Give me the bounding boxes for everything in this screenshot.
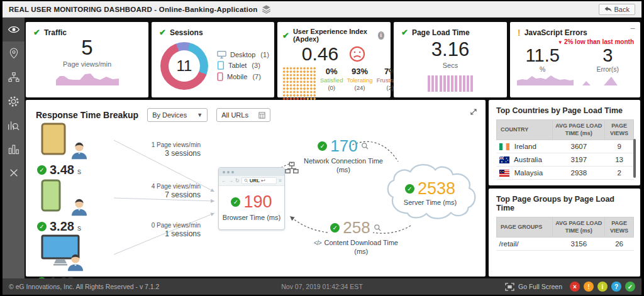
status-ok-icon: ✓: [405, 184, 414, 194]
fullscreen-label[interactable]: Go Full Screen: [518, 283, 562, 290]
column-header[interactable]: AVG PAGE LOAD TIME (ms): [553, 120, 605, 140]
sidebar-item-analytics[interactable]: [3, 113, 25, 137]
column-header[interactable]: PAGE VIEWS: [605, 120, 634, 140]
legend-label: Desktop: [230, 51, 255, 58]
sessions-donut-chart[interactable]: 11: [160, 42, 208, 90]
apdex-value: 0.46: [302, 43, 338, 65]
panel-response-time-breakup: Response Time Breakup By Devices ▼ All U…: [26, 100, 486, 277]
page-views: 9: [605, 140, 634, 153]
magnifier-icon[interactable]: [361, 142, 369, 150]
sidebar-item-settings[interactable]: [3, 89, 25, 113]
status-ok-icon: ✔: [401, 28, 408, 37]
trend-down-icon: ▼: [558, 40, 564, 45]
sidebar-item-close[interactable]: [3, 161, 25, 185]
flow-views: 0 Page views/min: [125, 222, 201, 229]
table-row[interactable]: Australia 3197 13: [497, 153, 634, 167]
status-ok-icon: ✓: [37, 222, 47, 231]
card-traffic: ✔ Traffic 5 Page views/min: [26, 22, 148, 97]
flow-label-tablet: 1 Page views/min 3 sessions: [125, 141, 201, 158]
status-critical-icon[interactable]: ×: [570, 282, 580, 292]
minimize-icon[interactable]: −: [630, 23, 635, 33]
flow-label-mobile: 4 Page views/min 7 sessions: [125, 183, 201, 199]
page-load-value: 3.16: [394, 40, 507, 60]
column-header[interactable]: COUNTRY: [497, 120, 553, 140]
browser-time-label: Browser Time (ms): [219, 214, 284, 221]
sidebar-item-geography[interactable]: [3, 41, 25, 65]
back-button[interactable]: Back: [599, 4, 635, 15]
chart-search-icon: [8, 119, 19, 131]
code-icon: </>: [314, 239, 321, 246]
device-time: 3.48: [50, 163, 74, 177]
segment-count: (24): [347, 84, 372, 91]
status-ok-icon: ✔: [33, 28, 40, 37]
sidebar-item-topology[interactable]: [3, 65, 25, 89]
metric-value: 3: [575, 47, 641, 65]
server-time-value: 2538: [418, 179, 455, 199]
breakup-diagram: ✓ 3.48 s ✓ 3.28 s: [26, 100, 486, 277]
browser-time-value: 190: [243, 192, 272, 212]
apdex-title: User Experience Index (Apdex): [293, 28, 374, 43]
info-icon[interactable]: i: [378, 31, 384, 40]
traffic-label: Page views/min: [26, 60, 148, 68]
page-views: 2: [605, 167, 634, 180]
person-icon: [69, 140, 90, 160]
url-text: URL: [250, 178, 260, 184]
page-load-bars: [428, 75, 473, 92]
panel-top-countries: Top Countries by Page Load Time COUNTRY …: [489, 100, 640, 185]
metric-value: 11.5: [510, 47, 575, 65]
magnifier-icon[interactable]: [374, 224, 382, 232]
eye-icon: [8, 23, 20, 36]
legend-count: (7): [252, 73, 260, 80]
content-download-node: ✓ 258 </> Content Download Time(ms): [303, 218, 409, 256]
content-time-unit: (ms): [354, 248, 368, 255]
flow-sessions: 3 sessions: [125, 149, 201, 158]
page-views: 13: [605, 153, 634, 167]
network-time-unit: (ms): [336, 166, 350, 173]
url-field[interactable]: URL ↩: [242, 177, 277, 184]
network-time-value: 170: [330, 136, 357, 156]
title-bar: REAL USER MONITORING DASHBOARD - Online-…: [3, 1, 641, 18]
sidebar-item-reports[interactable]: [3, 137, 25, 161]
apdex-segment-tolerating: 93% Tolerating (24): [347, 67, 372, 101]
status-minor-icon[interactable]: i: [597, 282, 608, 292]
legend-item-tablet: Tablet (3): [217, 61, 269, 70]
table-row[interactable]: Ireland 3607 9: [497, 140, 634, 153]
js-errors-sparkline: [517, 74, 633, 85]
status-bar: © eG Innovations, Inc. All Rights Reserv…: [3, 278, 641, 295]
flow-sessions: 1 sessions: [125, 229, 201, 238]
column-header[interactable]: PAGE GROUPS: [497, 217, 553, 238]
table-row[interactable]: /retail/ 3156 26: [497, 238, 634, 251]
status-unknown-icon[interactable]: ?: [611, 282, 621, 292]
status-ok-icon: ✔: [282, 31, 289, 40]
traffic-title: Traffic: [44, 28, 67, 37]
metric-label: %: [510, 65, 575, 73]
table-row[interactable]: Malaysia 2938 2: [497, 167, 634, 180]
scrollbar[interactable]: [633, 139, 636, 178]
back-label: Back: [614, 6, 630, 13]
page-load-label: Secs: [394, 62, 507, 69]
person-icon: [65, 252, 86, 272]
column-header[interactable]: PAGE VIEWS: [605, 217, 634, 238]
segment-count: (0): [320, 84, 343, 91]
traffic-value: 5: [26, 37, 148, 59]
status-major-icon[interactable]: !: [584, 282, 594, 292]
fullscreen-icon[interactable]: [505, 283, 514, 291]
browser-node: ← → ↻ URL ↩ ≡ ✓ 190: [218, 167, 285, 230]
card-page-load-time: ✔ Page Load Time 3.16 Secs: [394, 22, 507, 97]
warning-icon: !: [518, 28, 521, 38]
apdex-segment-satisfied: 0% Satisfied (0): [320, 67, 343, 101]
segment-pct: 0%: [320, 67, 343, 76]
back-arrow-icon: [604, 6, 612, 13]
apdex-dot-grid: [282, 67, 316, 101]
device-time-unit: s: [77, 167, 81, 176]
enter-icon: ↩: [261, 178, 265, 184]
layers-icon[interactable]: [262, 4, 271, 14]
trend-text: 2% low than last month: [564, 38, 634, 45]
column-header[interactable]: AVG PAGE LOAD TIME (ms): [553, 217, 605, 238]
status-normal-icon[interactable]: ✓: [625, 282, 635, 292]
avg-load-time: 3607: [553, 140, 605, 153]
page-groups-title: Top Page Groups by Page Load Time: [496, 195, 634, 212]
avg-load-time: 3156: [553, 238, 605, 251]
sidebar-item-monitor[interactable]: [3, 18, 25, 41]
malaysia-flag-icon: [499, 170, 509, 177]
